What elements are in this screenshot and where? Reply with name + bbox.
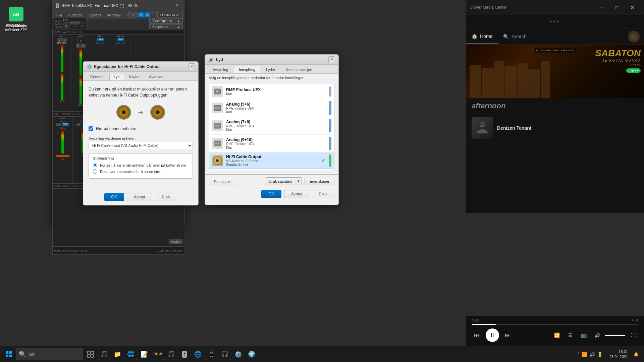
start-button[interactable] <box>3 348 15 360</box>
assign-btn[interactable]: Assign <box>169 239 182 244</box>
strip-an1-1-m[interactable]: M <box>57 38 62 42</box>
systray-battery-icon[interactable]: 🔋 <box>597 352 603 357</box>
taskbar-app-sound[interactable]: 🎚️ <box>178 348 191 360</box>
props-cancel-btn[interactable]: Avbryt <box>127 193 152 201</box>
props-tab-avansert[interactable]: Avansert <box>145 73 168 80</box>
player-expand-btn[interactable]: ⛶ <box>628 330 639 341</box>
systray-volume-icon[interactable]: 🔊 <box>589 352 595 357</box>
sound-tab-lyder[interactable]: Lyder <box>261 66 280 73</box>
rme-fireface-label[interactable]: Fireface UFX+ <box>157 12 183 17</box>
sound-default-dropdown[interactable]: ▾ <box>296 177 302 185</box>
player-repeat-btn[interactable]: 🔁 <box>551 330 562 341</box>
sound-device-4[interactable]: CABLE Output VB-Audio Virtual Cable Klar <box>209 169 334 171</box>
sound-close-btn[interactable]: ✕ <box>328 56 335 63</box>
rme-menu-file[interactable]: File <box>54 12 65 18</box>
props-checkbox[interactable] <box>89 126 93 131</box>
sound-tab-innspilling[interactable]: Innspilling <box>234 66 260 73</box>
player-progress-bar[interactable] <box>472 324 639 325</box>
player-vol-bar[interactable] <box>605 335 625 336</box>
rme-minimize-btn[interactable]: ─ <box>151 2 160 9</box>
player-cast-btn[interactable]: 📺 <box>578 330 589 341</box>
props-radio1[interactable] <box>93 163 97 167</box>
systray-network-icon[interactable]: 📶 <box>582 352 587 357</box>
taskbar-app-rew[interactable]: REW <box>152 348 164 360</box>
player-queue-btn[interactable]: ☰ <box>565 330 576 341</box>
media-maximize-btn[interactable]: □ <box>609 2 625 13</box>
sound-apply-btn[interactable]: Bruk <box>312 190 334 198</box>
media-nav-home[interactable]: 🏠 Home <box>466 28 498 44</box>
player-next-btn[interactable]: ⏭ <box>502 330 513 341</box>
taskbar-search[interactable]: 🔍 Søk <box>16 348 83 360</box>
media-avatar[interactable] <box>628 31 640 43</box>
rme-s-btn[interactable]: S <box>75 21 80 24</box>
taskbar-clock[interactable]: 16:01 25.04.2021 <box>607 349 631 359</box>
taskbar-app-settings[interactable]: ⚙️ <box>232 348 244 360</box>
home-icon: 🏠 <box>472 34 477 39</box>
rme-maximize-btn[interactable]: □ <box>161 2 171 9</box>
player-play-pause-btn[interactable]: ⏸ <box>486 328 499 342</box>
rme-close-btn[interactable]: ✕ <box>172 2 181 9</box>
rme-view-options-btn[interactable]: View Options ▸ <box>149 18 183 24</box>
sound-tab-kommunikasjon[interactable]: Kommunikasjon <box>281 66 317 73</box>
props-radio2-label: Deaktiver automatisk for å spare strøm <box>100 170 164 174</box>
rme-m-fx-btn[interactable]: M <box>138 12 144 17</box>
props-tab-lytt[interactable]: Lytt <box>109 73 124 80</box>
rme-menu-options[interactable]: Options <box>86 12 104 18</box>
strip-aes-m[interactable]: M <box>76 44 80 48</box>
sound-set-default-btn[interactable]: Bruk standard <box>266 177 296 185</box>
media-nav-search[interactable]: 🔍 Search <box>498 28 532 44</box>
rme-m-btn[interactable]: M <box>70 21 75 24</box>
player-prev-btn[interactable]: ⏮ <box>472 330 482 341</box>
sound-properties-btn[interactable]: Egenskaper <box>305 178 334 185</box>
notification-btn[interactable]: 🔔 <box>632 348 640 360</box>
strip-mid-m[interactable]: M <box>76 123 81 126</box>
props-ok-btn[interactable]: OK <box>104 193 124 201</box>
sound-tab-avspilling[interactable]: Avspilling <box>208 66 233 73</box>
sound-configure-btn[interactable]: Konfigurer <box>209 178 236 185</box>
taskbar-app-ie[interactable]: 🌐 <box>192 348 204 360</box>
sound-device-partial[interactable]: RME Fireface UFX Klar <box>209 84 334 99</box>
props-playback-select[interactable]: Hi-Fi Cable Input (VB-Audio Hi-Fi Cable) <box>89 142 193 149</box>
desktop-icon-asio-bridge[interactable]: AB ASIO Bridge <box>3 3 30 31</box>
hide-announcements-btn[interactable]: HIDE ANNOUNCEMENTS <box>533 48 577 53</box>
props-radio2[interactable] <box>93 169 97 174</box>
sound-device-0[interactable]: Analog (5+6) RME Fireface UFX Klar <box>209 99 334 117</box>
strip-bass-cue[interactable]: CUE <box>62 123 69 126</box>
strip-bass-fader[interactable] <box>56 155 69 157</box>
taskview-btn[interactable] <box>85 348 97 360</box>
player-volume-btn[interactable]: 🔊 <box>592 330 602 341</box>
strip-an1-l100[interactable]: L100 <box>97 38 104 41</box>
sound-device-2[interactable]: Analog (9+10) RME Fireface UFX Klar <box>209 135 334 153</box>
props-close-btn[interactable]: ✕ <box>188 63 195 70</box>
sound-device-3[interactable]: Hi-Fi Cable Output VB-Audio Hi-Fi Cable … <box>209 153 334 169</box>
strip-bass-m[interactable]: M <box>56 123 61 126</box>
rme-s-fx-btn[interactable]: S <box>145 12 150 17</box>
sound-ok-btn[interactable]: OK <box>261 190 281 198</box>
systray-expand-btn[interactable]: ^ <box>577 352 580 357</box>
strip-an24-l100[interactable]: L100 <box>117 38 124 41</box>
taskbar-app-chrome[interactable]: 🌐 <box>125 348 137 360</box>
sound-cancel-btn[interactable]: Avbryt <box>284 190 310 198</box>
media-minimize-btn[interactable]: ─ <box>594 2 609 13</box>
rme-menu-window[interactable]: Window <box>105 12 123 18</box>
spotify-badge[interactable]: ♪ Spotify <box>626 68 641 73</box>
sound-device-1[interactable]: Analog (7+8) RME Fireface UFX Klar <box>209 117 334 135</box>
rme-fx-btn[interactable]: FX <box>128 12 137 17</box>
taskbar-app-notes[interactable]: 📝 <box>138 348 150 360</box>
strip-an1-1-s[interactable]: S <box>62 38 67 42</box>
taskbar-app-spotify2[interactable]: 🎧 <box>219 348 231 360</box>
sound-device-list[interactable]: RME Fireface UFX Klar Analog (5+6) RME F… <box>209 84 334 171</box>
rme-f-fx-btn[interactable]: F <box>151 12 156 17</box>
taskbar-app-jriver2[interactable]: 🎵 <box>165 348 177 360</box>
media-close-btn[interactable]: ✕ <box>625 2 640 13</box>
strip-aes-meter1 <box>79 49 82 76</box>
props-apply-btn[interactable]: Bruk <box>155 193 177 201</box>
taskbar-app-web[interactable]: 🌍 <box>246 348 258 360</box>
taskbar-app-folder[interactable]: 📁 <box>111 348 123 360</box>
props-tab-nivaer[interactable]: Nivåer <box>125 73 144 80</box>
taskbar-app-music[interactable]: 🎵 <box>98 348 110 360</box>
rme-menu-function[interactable]: Function <box>66 12 85 18</box>
props-tab-generelt[interactable]: Generelt <box>86 73 109 80</box>
strip-aes-s[interactable]: S <box>81 44 86 48</box>
taskbar-app-signal[interactable]: 📱 <box>205 348 217 360</box>
